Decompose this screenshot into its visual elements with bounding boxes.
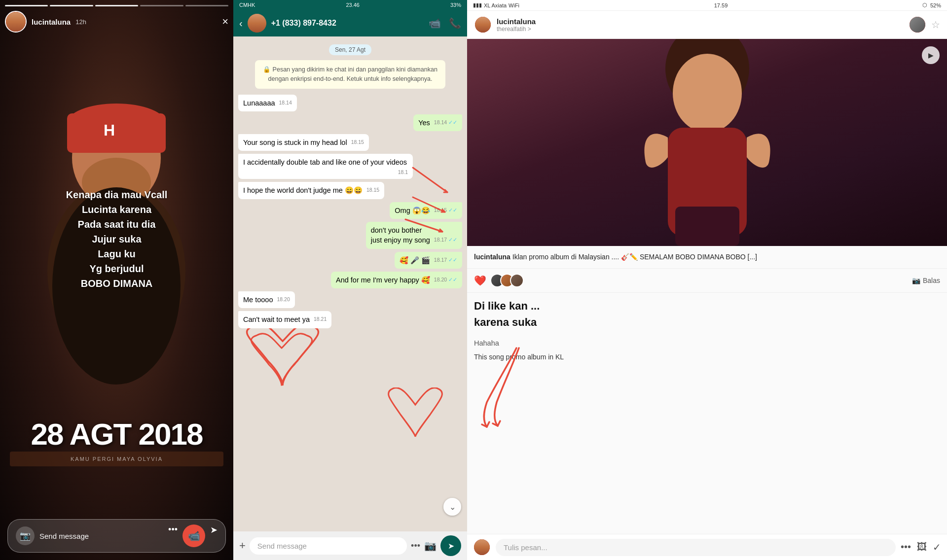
- woman-figure-svg: [621, 39, 794, 246]
- image-icon[interactable]: 🖼: [917, 541, 927, 553]
- carrier-text: XL Axiata: [484, 2, 507, 8]
- more-icon[interactable]: •••: [411, 541, 420, 551]
- star-icon[interactable]: ☆: [931, 19, 940, 31]
- story-bottom: 📷 Send message ••• 📹 ➤: [0, 512, 233, 560]
- message-time: 18.14: [279, 99, 292, 106]
- outgoing-heart-svg: [386, 387, 455, 447]
- red-arrows-overlay: [403, 163, 462, 261]
- story-header: lucintaluna 12h ×: [5, 11, 228, 33]
- play-button[interactable]: ▶: [922, 46, 940, 64]
- message-text: Can't wait to meet ya: [243, 315, 310, 323]
- story-line-5: Lagu ku: [10, 246, 223, 261]
- story-avatar[interactable]: [5, 11, 27, 33]
- send-message-text[interactable]: Send message: [39, 532, 163, 540]
- post-avatar-secondary[interactable]: [909, 16, 926, 34]
- post-avatar[interactable]: [474, 16, 492, 34]
- wa-action-icons: 📹 📞: [429, 17, 461, 29]
- header-avatar-right: ☆: [909, 16, 940, 34]
- reaction-icons: ❤️: [474, 275, 486, 286]
- reaction-avatar-3: [510, 274, 524, 287]
- contact-avatar[interactable]: [248, 14, 266, 33]
- message-text: I hope the world don't judge me 😄😄: [243, 186, 363, 194]
- message-input[interactable]: Send message: [250, 537, 407, 555]
- message-placeholder: Send message: [257, 542, 307, 550]
- attachment-icon[interactable]: +: [239, 539, 246, 552]
- send-arrow-icon[interactable]: ➤: [210, 525, 218, 547]
- contact-number[interactable]: +1 (833) 897-8432: [271, 19, 424, 28]
- heart-reaction-icon[interactable]: ❤️: [474, 275, 486, 286]
- message-10: Me toooo 18.20: [238, 291, 295, 308]
- secondary-avatar-face: [910, 17, 925, 33]
- close-icon[interactable]: ×: [222, 15, 228, 28]
- bottom-icons: ••• 🖼 ✓: [901, 541, 941, 553]
- svg-text:H: H: [104, 121, 115, 139]
- story-date: 28 AGT 2018: [0, 417, 233, 452]
- svg-rect-3: [67, 113, 166, 153]
- message-time: 18.20: [277, 296, 290, 303]
- whatsapp-chat-body[interactable]: Sen, 27 Agt 🔒 Pesan yang dikirim ke chat…: [233, 36, 467, 531]
- message-1: Lunaaaaa 18.14: [238, 95, 297, 111]
- reply-button[interactable]: 📷 Balas: [912, 277, 940, 284]
- message-text: Yes: [418, 119, 430, 127]
- voice-call-icon[interactable]: 📞: [449, 17, 461, 29]
- message-time: 18.15: [366, 186, 379, 194]
- progress-bar-2: [50, 5, 93, 6]
- message-9: And for me I'm very happy 🥰 18.20: [331, 272, 462, 288]
- battery-text: 33%: [450, 2, 461, 8]
- comment-bold-text: Di like kan ...karena suka: [474, 298, 940, 330]
- reply-label[interactable]: Balas: [923, 277, 940, 284]
- message-text: I accidentally double tab and like one o…: [243, 158, 407, 166]
- checkmark-icon[interactable]: ✓: [933, 541, 941, 553]
- avatar-face: [475, 17, 491, 33]
- reaction-avatars: [490, 274, 524, 287]
- bottom-avatar-face: [474, 539, 490, 555]
- story-line-1: Kenapa dia mau Vcall: [10, 187, 223, 202]
- red-arrows-drawn: [477, 343, 536, 442]
- caption-username[interactable]: lucintaluna: [474, 253, 510, 261]
- post-image: ▶: [467, 39, 947, 246]
- whatsapp-chat-panel: CMHK 23.46 33% ‹ +1 (833) 897-8432 📹 📞 S…: [233, 0, 467, 560]
- send-button[interactable]: ➤: [440, 535, 461, 556]
- progress-bar-1: [5, 5, 48, 6]
- time-text: 23.46: [346, 2, 360, 8]
- camera-icon[interactable]: 📷: [16, 526, 35, 545]
- message-11: Can't wait to meet ya 18.21: [238, 311, 331, 328]
- post-bottom-bar: Tulis pesan... ••• 🖼 ✓: [467, 534, 947, 560]
- story-blur-text: KAMU PERGI MAYA OLYVIA: [10, 452, 223, 466]
- status-left: ▮▮▮ XL Axiata WiFi: [473, 2, 519, 8]
- status-right: ⬡ 52%: [922, 2, 941, 8]
- svg-rect-4: [67, 138, 82, 148]
- status-bar: ▮▮▮ XL Axiata WiFi 17.59 ⬡ 52%: [467, 0, 947, 11]
- send-message-bar[interactable]: 📷 Send message ••• 📹 ➤: [7, 519, 226, 553]
- wifi-icon: WiFi: [509, 2, 519, 8]
- battery-text: 52%: [930, 2, 941, 8]
- back-icon[interactable]: ‹: [239, 18, 243, 29]
- date-chip: Sen, 27 Agt: [329, 44, 371, 55]
- drawn-hearts-svg: [243, 321, 342, 400]
- message-text: Lunaaaaa: [243, 99, 275, 107]
- message-text: And for me I'm very happy 🥰: [336, 276, 430, 284]
- post-username[interactable]: lucintaluna: [497, 17, 904, 26]
- more-icon[interactable]: •••: [168, 525, 178, 547]
- chevron-down-icon: ⌄: [449, 502, 456, 512]
- video-call-icon[interactable]: 📹: [429, 17, 441, 29]
- story-text-block: Kenapa dia mau Vcall Lucinta karena Pada…: [0, 187, 233, 291]
- post-sub-user[interactable]: therealfatih >: [497, 26, 904, 33]
- camera-icon[interactable]: 📷: [424, 540, 437, 552]
- story-time: 12h: [75, 18, 86, 26]
- contact-avatar-face: [248, 14, 266, 33]
- send-icons: ••• 📹 ➤: [168, 525, 218, 547]
- message-3: Your song is stuck in my head lol 18.15: [238, 134, 369, 151]
- more-icon[interactable]: •••: [901, 541, 911, 553]
- comment-input[interactable]: Tulis pesan...: [496, 539, 896, 556]
- message-time: 18.20: [434, 276, 457, 283]
- message-5: I hope the world don't judge me 😄😄 18.15: [238, 182, 384, 199]
- video-icon[interactable]: 📹: [182, 525, 205, 547]
- comment-small: This song promo album in KL: [467, 351, 947, 366]
- story-line-2: Lucinta karena: [10, 202, 223, 217]
- bottom-avatar[interactable]: [473, 538, 491, 556]
- send-arrow-icon: ➤: [448, 541, 454, 551]
- story-username[interactable]: lucintaluna: [32, 18, 71, 26]
- scroll-down-button[interactable]: ⌄: [443, 498, 461, 516]
- play-icon: ▶: [928, 51, 934, 59]
